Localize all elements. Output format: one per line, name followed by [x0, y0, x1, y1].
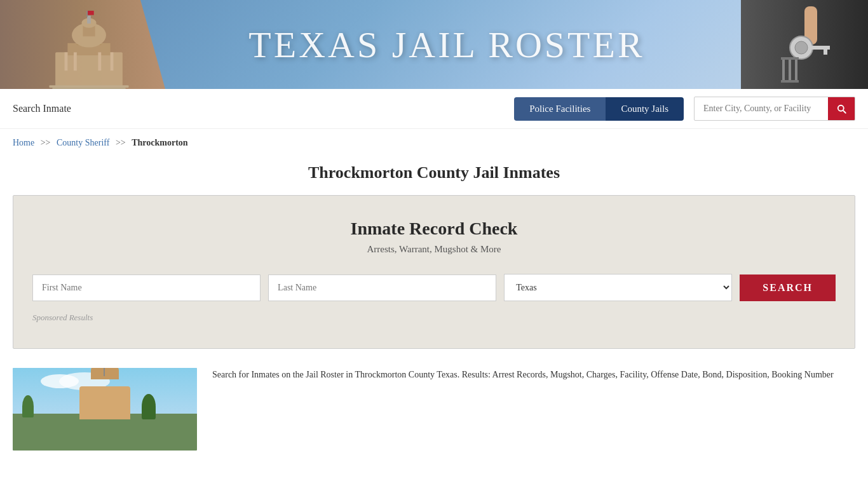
site-banner: Texas Jail Roster: [0, 0, 868, 89]
svg-rect-9: [65, 52, 68, 71]
banner-right-image: [741, 0, 868, 89]
bottom-image-inner: [13, 368, 197, 451]
bottom-description: Search for Inmates on the Jail Roster in…: [212, 368, 855, 382]
svg-rect-23: [795, 57, 797, 83]
facility-search-input[interactable]: [695, 98, 828, 119]
facility-search-box: [694, 97, 855, 121]
svg-rect-12: [111, 52, 114, 71]
svg-rect-20: [824, 50, 827, 55]
breadcrumb-home[interactable]: Home: [13, 138, 34, 147]
search-inmate-label: Search Inmate: [13, 103, 504, 114]
svg-rect-10: [74, 52, 77, 71]
svg-rect-18: [811, 46, 830, 50]
svg-rect-13: [52, 88, 125, 89]
bottom-image: [13, 368, 197, 451]
svg-rect-14: [50, 85, 129, 88]
banner-title: Texas Jail Roster: [248, 24, 644, 66]
svg-rect-8: [88, 11, 94, 15]
record-check-box: Inmate Record Check Arrests, Warrant, Mu…: [13, 195, 855, 349]
bottom-section: Search for Inmates on the Jail Roster in…: [0, 362, 868, 457]
svg-rect-11: [98, 52, 101, 71]
breadcrumb-county-sheriff[interactable]: County Sheriff: [57, 138, 109, 147]
county-jails-button[interactable]: County Jails: [606, 97, 684, 121]
svg-rect-7: [86, 11, 88, 17]
record-check-title: Inmate Record Check: [32, 219, 836, 239]
breadcrumb: Home >> County Sheriff >> Throckmorton: [0, 129, 868, 157]
record-search-button[interactable]: SEARCH: [740, 274, 836, 301]
svg-rect-25: [781, 80, 799, 83]
breadcrumb-current: Throckmorton: [132, 138, 187, 147]
search-icon: [836, 103, 847, 114]
page-title: Throckmorton County Jail Inmates: [13, 163, 855, 182]
police-facilities-button[interactable]: Police Facilities: [514, 97, 606, 121]
state-select[interactable]: TexasAlabamaAlaskaArizonaArkansasCalifor…: [504, 274, 732, 301]
page-title-section: Throckmorton County Jail Inmates: [0, 157, 868, 195]
breadcrumb-sep1: >>: [41, 138, 51, 147]
svg-rect-21: [782, 57, 785, 83]
navbar: Search Inmate Police Facilities County J…: [0, 89, 868, 129]
facility-buttons: Police Facilities County Jails: [514, 97, 684, 121]
sponsored-results-label: Sponsored Results: [32, 313, 836, 323]
breadcrumb-sep2: >>: [116, 138, 126, 147]
svg-rect-24: [781, 57, 799, 60]
facility-search-button[interactable]: [828, 97, 855, 120]
svg-point-17: [795, 41, 808, 54]
record-check-subtitle: Arrests, Warrant, Mugshot & More: [32, 244, 836, 255]
record-check-form: TexasAlabamaAlaskaArizonaArkansasCalifor…: [32, 274, 836, 301]
banner-capitol-image: [38, 6, 140, 89]
last-name-input[interactable]: [268, 274, 496, 301]
first-name-input[interactable]: [32, 274, 261, 301]
svg-rect-22: [789, 57, 791, 83]
